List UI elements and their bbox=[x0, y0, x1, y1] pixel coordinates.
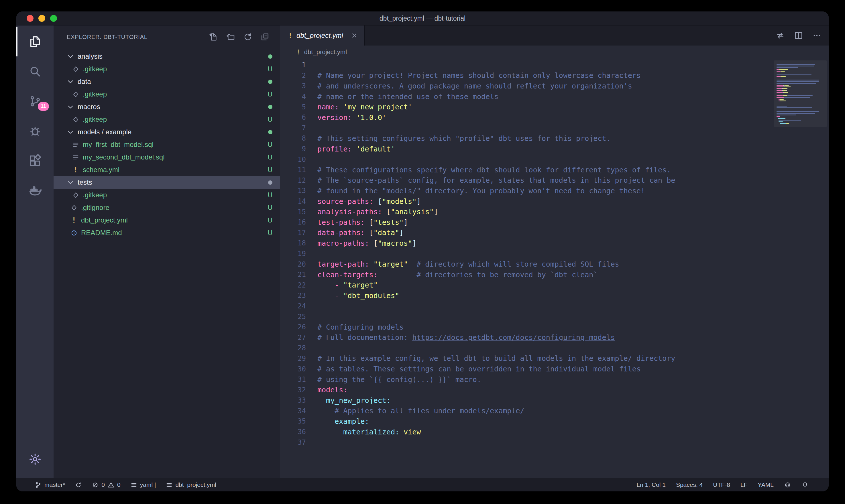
code-line-34[interactable]: 34 # Applies to all files under models/e… bbox=[280, 406, 771, 416]
code-line-29[interactable]: 29# In this example config, we tell dbt … bbox=[280, 353, 771, 364]
activity-source-control[interactable]: 11 bbox=[16, 86, 54, 116]
code-line-31[interactable]: 31# using the `{{ config(...) }}` macro. bbox=[280, 374, 771, 385]
minimap[interactable] bbox=[776, 62, 820, 127]
code-line-13[interactable]: 13# found in the "models/" directory. Yo… bbox=[280, 185, 771, 196]
code-line-17[interactable]: 17data-paths: ["data"] bbox=[280, 228, 771, 238]
code-line-4[interactable]: 4# name or the intended use of these mod… bbox=[280, 91, 771, 102]
code-line-35[interactable]: 35 example: bbox=[280, 416, 771, 427]
titlebar[interactable]: dbt_project.yml — dbt-tutorial bbox=[16, 12, 829, 25]
code-line-6[interactable]: 6version: '1.0.0' bbox=[280, 112, 771, 123]
refresh-button[interactable] bbox=[243, 32, 252, 41]
status-cursor-position[interactable]: Ln 1, Col 1 bbox=[636, 481, 666, 488]
code-line-12[interactable]: 12# The `source-paths` config, for examp… bbox=[280, 175, 771, 186]
code-line-15[interactable]: 15analysis-paths: ["analysis"] bbox=[280, 206, 771, 217]
status-notifications[interactable] bbox=[802, 481, 809, 488]
line-number: 28 bbox=[280, 344, 306, 352]
tree-file-gitkeep[interactable]: .gitkeepU bbox=[54, 113, 280, 126]
activity-search[interactable] bbox=[16, 56, 54, 86]
tree-folder-data[interactable]: data bbox=[54, 75, 280, 88]
window-controls bbox=[26, 15, 57, 22]
code-line-36[interactable]: 36 materialized: view bbox=[280, 427, 771, 437]
tree-file-dbt-project-yml[interactable]: !dbt_project.ymlU bbox=[54, 214, 280, 227]
tree-file-gitkeep[interactable]: .gitkeepU bbox=[54, 63, 280, 75]
code-line-21[interactable]: 21clean-targets: # directories to be rem… bbox=[280, 269, 771, 280]
minimize-window-button[interactable] bbox=[38, 15, 45, 22]
status-branch[interactable]: master* bbox=[35, 481, 65, 488]
activity-docker[interactable] bbox=[16, 176, 54, 205]
status-encoding[interactable]: UTF-8 bbox=[713, 481, 730, 488]
code-line-30[interactable]: 30# as tables. These settings can be ove… bbox=[280, 364, 771, 374]
status-active-file[interactable]: dbt_project.yml bbox=[165, 481, 216, 488]
status-label: 0 bbox=[117, 481, 121, 488]
tab-dbt-project-yml[interactable]: !dbt_project.yml bbox=[280, 25, 365, 46]
code-line-2[interactable]: 2# Name your project! Project names shou… bbox=[280, 70, 771, 81]
debug-icon bbox=[28, 124, 42, 138]
code-line-26[interactable]: 26# Configuring models bbox=[280, 322, 771, 332]
code-line-9[interactable]: 9profile: 'default' bbox=[280, 144, 771, 154]
tree-file-gitkeep[interactable]: .gitkeepU bbox=[54, 189, 280, 201]
tree-file-schema-yml[interactable]: !schema.ymlU bbox=[54, 163, 280, 176]
code-line-8[interactable]: 8# This setting configures which "profil… bbox=[280, 133, 771, 144]
code-line-7[interactable]: 7 bbox=[280, 123, 771, 133]
status-sync[interactable] bbox=[75, 481, 82, 488]
close-window-button[interactable] bbox=[26, 15, 34, 22]
line-number: 8 bbox=[280, 134, 306, 142]
status-problems[interactable]: 00 bbox=[92, 481, 120, 488]
green-dot bbox=[268, 130, 272, 134]
code-line-22[interactable]: 22 - "target" bbox=[280, 280, 771, 290]
desktop-background: dbt_project.yml — dbt-tutorial 11 EXPLOR… bbox=[0, 0, 845, 504]
new-file-button[interactable] bbox=[209, 32, 218, 41]
more-actions-button[interactable] bbox=[812, 31, 822, 40]
code-line-18[interactable]: 18macro-paths: ["macros"] bbox=[280, 238, 771, 249]
tree-folder-analysis[interactable]: analysis bbox=[54, 50, 280, 63]
open-changes-button[interactable] bbox=[775, 31, 785, 40]
status-indentation[interactable]: Spaces: 4 bbox=[676, 481, 703, 488]
code-line-5[interactable]: 5name: 'my_new_project' bbox=[280, 102, 771, 112]
new-folder-button[interactable] bbox=[226, 32, 235, 41]
tree-folder-macros[interactable]: macros bbox=[54, 101, 280, 113]
tree-file-my-second-dbt-model-sql[interactable]: my_second_dbt_model.sqlU bbox=[54, 151, 280, 163]
breadcrumb[interactable]: ! dbt_project.yml bbox=[280, 46, 829, 59]
code-line-28[interactable]: 28 bbox=[280, 343, 771, 353]
line-number: 4 bbox=[280, 92, 306, 101]
code-line-24[interactable]: 24 bbox=[280, 301, 771, 311]
line-content: # name or the intended use of these mode… bbox=[306, 92, 498, 101]
code-line-19[interactable]: 19 bbox=[280, 249, 771, 259]
code-line-33[interactable]: 33 my_new_project: bbox=[280, 395, 771, 406]
code-line-20[interactable]: 20target-path: "target" # directory whic… bbox=[280, 259, 771, 269]
code-editor[interactable]: 12# Name your project! Project names sho… bbox=[280, 59, 829, 478]
code-line-16[interactable]: 16test-paths: ["tests"] bbox=[280, 217, 771, 228]
code-line-23[interactable]: 23 - "dbt_modules" bbox=[280, 290, 771, 301]
error-circle-icon bbox=[92, 481, 99, 488]
code-line-1[interactable]: 1 bbox=[280, 60, 771, 70]
tree-file-gitkeep[interactable]: .gitkeepU bbox=[54, 88, 280, 101]
code-line-27[interactable]: 27# Full documentation: https://docs.get… bbox=[280, 332, 771, 343]
code-line-14[interactable]: 14source-paths: ["models"] bbox=[280, 196, 771, 207]
status-eol[interactable]: LF bbox=[740, 481, 748, 488]
code-line-10[interactable]: 10 bbox=[280, 154, 771, 165]
activity-explorer[interactable] bbox=[16, 26, 54, 56]
activity-run-debug[interactable] bbox=[16, 116, 54, 146]
status-feedback[interactable] bbox=[784, 481, 791, 488]
collapse-all-button[interactable] bbox=[260, 32, 270, 41]
item-label: models / example bbox=[78, 128, 131, 136]
code-line-11[interactable]: 11# These configurations specify where d… bbox=[280, 165, 771, 175]
code-line-32[interactable]: 32models: bbox=[280, 384, 771, 395]
tree-folder-models-example[interactable]: models / example bbox=[54, 126, 280, 138]
code-line-37[interactable]: 37 bbox=[280, 437, 771, 448]
code-line-25[interactable]: 25 bbox=[280, 311, 771, 322]
close-tab-button[interactable] bbox=[350, 32, 358, 39]
activity-settings[interactable] bbox=[16, 444, 54, 474]
code-line-3[interactable]: 3# and underscores. A good package name … bbox=[280, 81, 771, 91]
tree-file-gitignore[interactable]: .gitignoreU bbox=[54, 201, 280, 214]
zoom-window-button[interactable] bbox=[50, 15, 57, 22]
tree-folder-tests[interactable]: tests bbox=[54, 176, 280, 189]
activity-extensions[interactable] bbox=[16, 146, 54, 176]
bell-icon bbox=[802, 481, 809, 488]
status-yaml-status[interactable]: yaml | bbox=[130, 481, 156, 488]
split-editor-button[interactable] bbox=[794, 31, 804, 40]
sql-icon bbox=[72, 154, 79, 161]
tree-file-readme-md[interactable]: README.mdU bbox=[54, 227, 280, 239]
tree-file-my-first-dbt-model-sql[interactable]: my_first_dbt_model.sqlU bbox=[54, 138, 280, 151]
status-language-mode[interactable]: YAML bbox=[758, 481, 774, 488]
